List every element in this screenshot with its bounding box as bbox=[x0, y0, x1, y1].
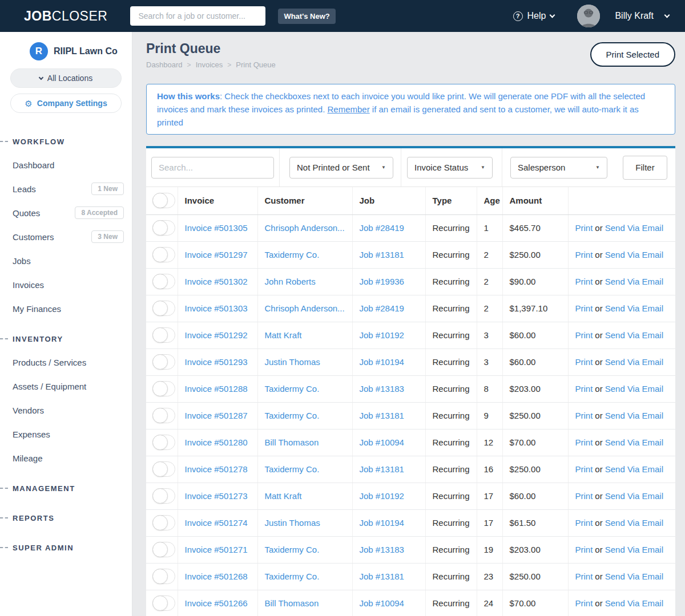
sidebar-item-invoices[interactable]: Invoices bbox=[0, 273, 132, 297]
invoice-link[interactable]: Invoice #501305 bbox=[185, 223, 248, 233]
print-link[interactable]: Print bbox=[575, 491, 593, 501]
sidebar-item-products-services[interactable]: Products / Services bbox=[0, 350, 132, 374]
customer-link[interactable]: Taxidermy Co. bbox=[265, 464, 320, 474]
invoice-link[interactable]: Invoice #501274 bbox=[185, 518, 248, 528]
sidebar-item-customers[interactable]: Customers3 New bbox=[0, 225, 132, 249]
send-via-email-link[interactable]: Send Via Email bbox=[605, 330, 663, 340]
breadcrumb-item-dashboard[interactable]: Dashboard bbox=[146, 60, 183, 69]
breadcrumb-item-invoices[interactable]: Invoices bbox=[196, 60, 223, 69]
help-menu[interactable]: ? Help bbox=[513, 11, 555, 21]
send-via-email-link[interactable]: Send Via Email bbox=[605, 357, 663, 367]
invoice-link[interactable]: Invoice #501302 bbox=[185, 277, 248, 286]
filter-dropdown-salesperson[interactable]: Salesperson▼ bbox=[510, 157, 607, 179]
print-link[interactable]: Print bbox=[575, 357, 593, 367]
row-select-toggle[interactable] bbox=[152, 354, 175, 370]
job-link[interactable]: Job #10094 bbox=[360, 598, 404, 608]
send-via-email-link[interactable]: Send Via Email bbox=[605, 491, 663, 501]
send-via-email-link[interactable]: Send Via Email bbox=[605, 277, 663, 286]
customer-link[interactable]: Taxidermy Co. bbox=[265, 545, 320, 554]
job-link[interactable]: Job #13181 bbox=[360, 250, 404, 260]
customer-link[interactable]: Matt Kraft bbox=[265, 491, 302, 501]
customer-link[interactable]: John Roberts bbox=[265, 277, 316, 286]
job-link[interactable]: Job #13181 bbox=[360, 411, 404, 420]
job-link[interactable]: Job #13183 bbox=[360, 384, 404, 394]
job-link[interactable]: Job #10094 bbox=[360, 437, 404, 447]
row-select-toggle[interactable] bbox=[152, 408, 175, 423]
customer-link[interactable]: Chrisoph Anderson... bbox=[265, 303, 345, 313]
breadcrumb-item-print-queue[interactable]: Print Queue bbox=[236, 60, 275, 69]
job-link[interactable]: Job #13183 bbox=[360, 545, 404, 554]
customer-link[interactable]: Matt Kraft bbox=[265, 330, 302, 340]
customer-link[interactable]: Taxidermy Co. bbox=[265, 411, 320, 420]
sidebar-item-expenses[interactable]: Expenses bbox=[0, 422, 132, 446]
send-via-email-link[interactable]: Send Via Email bbox=[605, 598, 663, 608]
row-select-toggle[interactable] bbox=[152, 569, 175, 584]
job-link[interactable]: Job #28419 bbox=[360, 223, 404, 233]
send-via-email-link[interactable]: Send Via Email bbox=[605, 464, 663, 474]
invoice-link[interactable]: Invoice #501266 bbox=[185, 598, 248, 608]
sidebar-item-dashboard[interactable]: Dashboard bbox=[0, 153, 132, 177]
row-select-toggle[interactable] bbox=[152, 595, 175, 611]
job-link[interactable]: Job #10194 bbox=[360, 357, 404, 367]
invoice-link[interactable]: Invoice #501268 bbox=[185, 572, 248, 581]
row-select-toggle[interactable] bbox=[152, 381, 175, 396]
print-link[interactable]: Print bbox=[575, 303, 593, 313]
print-link[interactable]: Print bbox=[575, 572, 593, 581]
row-select-toggle[interactable] bbox=[152, 274, 175, 289]
sidebar-item-assets-equipment[interactable]: Assets / Equipment bbox=[0, 374, 132, 398]
send-via-email-link[interactable]: Send Via Email bbox=[605, 384, 663, 394]
global-search-input[interactable] bbox=[130, 6, 265, 26]
sidebar-item-my-finances[interactable]: My Finances bbox=[0, 297, 132, 321]
customer-link[interactable]: Justin Thomas bbox=[265, 518, 320, 528]
customer-link[interactable]: Bill Thomason bbox=[265, 598, 319, 608]
job-link[interactable]: Job #13181 bbox=[360, 464, 404, 474]
customer-link[interactable]: Bill Thomason bbox=[265, 437, 319, 447]
company-settings-button[interactable]: ⚙ Company Settings bbox=[10, 94, 122, 113]
send-via-email-link[interactable]: Send Via Email bbox=[605, 303, 663, 313]
print-link[interactable]: Print bbox=[575, 277, 593, 286]
print-link[interactable]: Print bbox=[575, 545, 593, 554]
send-via-email-link[interactable]: Send Via Email bbox=[605, 518, 663, 528]
all-locations-selector[interactable]: All Locations bbox=[10, 68, 122, 88]
invoice-link[interactable]: Invoice #501287 bbox=[185, 411, 248, 420]
invoice-link[interactable]: Invoice #501297 bbox=[185, 250, 248, 260]
row-select-toggle[interactable] bbox=[152, 327, 175, 343]
invoice-link[interactable]: Invoice #501271 bbox=[185, 545, 248, 554]
invoice-link[interactable]: Invoice #501292 bbox=[185, 330, 248, 340]
sidebar-item-vendors[interactable]: Vendors bbox=[0, 398, 132, 422]
print-link[interactable]: Print bbox=[575, 464, 593, 474]
print-link[interactable]: Print bbox=[575, 250, 593, 260]
send-via-email-link[interactable]: Send Via Email bbox=[605, 411, 663, 420]
sidebar-item-leads[interactable]: Leads1 New bbox=[0, 177, 132, 201]
send-via-email-link[interactable]: Send Via Email bbox=[605, 437, 663, 447]
row-select-toggle[interactable] bbox=[152, 220, 175, 236]
print-link[interactable]: Print bbox=[575, 223, 593, 233]
invoice-link[interactable]: Invoice #501280 bbox=[185, 437, 248, 447]
invoice-link[interactable]: Invoice #501293 bbox=[185, 357, 248, 367]
customer-link[interactable]: Taxidermy Co. bbox=[265, 250, 320, 260]
filter-dropdown-not-printed-or-sent[interactable]: Not Printed or Sent▼ bbox=[289, 157, 393, 179]
sidebar-item-quotes[interactable]: Quotes8 Accepted bbox=[0, 201, 132, 225]
row-select-toggle[interactable] bbox=[152, 488, 175, 504]
print-link[interactable]: Print bbox=[575, 598, 593, 608]
print-link[interactable]: Print bbox=[575, 437, 593, 447]
user-name[interactable]: Billy Kraft bbox=[615, 11, 654, 21]
customer-link[interactable]: Taxidermy Co. bbox=[265, 572, 320, 581]
sidebar-item-mileage[interactable]: Mileage bbox=[0, 446, 132, 470]
invoice-link[interactable]: Invoice #501273 bbox=[185, 491, 248, 501]
select-all-toggle[interactable] bbox=[152, 193, 175, 208]
filter-button[interactable]: Filter bbox=[623, 156, 667, 180]
invoice-link[interactable]: Invoice #501288 bbox=[185, 384, 248, 394]
row-select-toggle[interactable] bbox=[152, 461, 175, 477]
job-link[interactable]: Job #10192 bbox=[360, 491, 404, 501]
avatar[interactable] bbox=[577, 5, 600, 27]
send-via-email-link[interactable]: Send Via Email bbox=[605, 250, 663, 260]
invoice-link[interactable]: Invoice #501303 bbox=[185, 303, 248, 313]
print-selected-button[interactable]: Print Selected bbox=[590, 42, 675, 67]
job-link[interactable]: Job #28419 bbox=[360, 303, 404, 313]
invoice-link[interactable]: Invoice #501278 bbox=[185, 464, 248, 474]
row-select-toggle[interactable] bbox=[152, 542, 175, 557]
customer-link[interactable]: Chrisoph Anderson... bbox=[265, 223, 345, 233]
job-link[interactable]: Job #13181 bbox=[360, 572, 404, 581]
row-select-toggle[interactable] bbox=[152, 247, 175, 262]
